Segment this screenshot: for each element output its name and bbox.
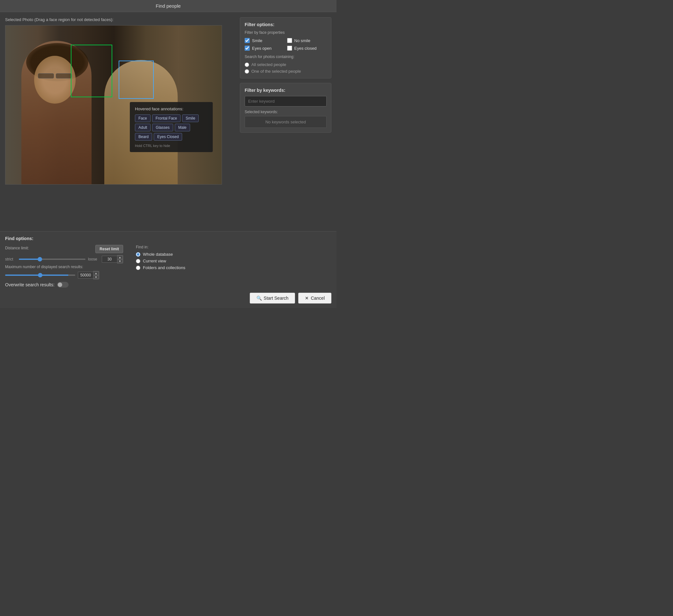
radio-whole-db: Whole database bbox=[136, 252, 331, 257]
max-results-spin-buttons: ▲ ▼ bbox=[93, 271, 99, 279]
radio-whole-db-input[interactable] bbox=[136, 252, 140, 257]
radio-folders-label: Folders and collections bbox=[143, 265, 185, 270]
radio-one-person-label: One of the selected people bbox=[251, 69, 301, 74]
glasses-left bbox=[38, 73, 54, 78]
distance-slider[interactable] bbox=[19, 259, 85, 260]
keywords-title: Filter by keywords: bbox=[245, 88, 326, 93]
radio-current-view-input[interactable] bbox=[136, 259, 140, 263]
tag-frontal-face[interactable]: Frontal Face bbox=[152, 114, 181, 122]
photo-container[interactable]: Hovered face annotations: Face Frontal F… bbox=[5, 25, 222, 185]
checkbox-eyes-closed-input[interactable] bbox=[287, 46, 292, 51]
tag-smile[interactable]: Smile bbox=[182, 114, 199, 122]
distance-spinbox-wrapper: ▲ ▼ bbox=[102, 255, 123, 263]
find-options-right: Find in: Whole database Current view Fol… bbox=[136, 245, 331, 272]
cancel-button[interactable]: ✕ Cancel bbox=[298, 293, 331, 304]
radio-current-view: Current view bbox=[136, 259, 331, 263]
find-options-title: Find options: bbox=[5, 236, 331, 241]
checkbox-eyes-closed: Eyes closed bbox=[287, 46, 327, 51]
max-results-slider[interactable] bbox=[5, 275, 75, 276]
reset-limit-button[interactable]: Reset limit bbox=[95, 245, 123, 253]
annotation-hint: Hold CTRL key to hide bbox=[135, 144, 208, 147]
window-title: Find people bbox=[156, 3, 181, 9]
search-containing-label: Search for photos containing: bbox=[245, 54, 326, 59]
title-bar: Find people bbox=[0, 0, 336, 12]
right-panel: Filter options: Filter by face propertie… bbox=[240, 17, 331, 185]
face-box-green[interactable] bbox=[71, 45, 112, 97]
checkbox-eyes-open-input[interactable] bbox=[245, 46, 250, 51]
face-props-label: Filter by face properties bbox=[245, 30, 326, 35]
tag-beard[interactable]: Beard bbox=[135, 133, 152, 140]
tag-face[interactable]: Face bbox=[135, 114, 151, 122]
filter-options-section: Filter options: Filter by face propertie… bbox=[240, 17, 331, 78]
no-keywords-display: No keywords selected bbox=[245, 116, 326, 128]
checkbox-smile: Smile bbox=[245, 38, 284, 43]
max-results-spinbox-wrapper: ▲ ▼ bbox=[78, 271, 99, 279]
radio-one-person-input[interactable] bbox=[245, 69, 249, 74]
find-options-left: Distance limit: Reset limit strict loose… bbox=[5, 245, 123, 288]
face-left bbox=[34, 56, 75, 104]
filter-options-title: Filter options: bbox=[245, 22, 326, 27]
find-options-row: Distance limit: Reset limit strict loose… bbox=[5, 245, 331, 288]
cancel-label: Cancel bbox=[311, 296, 325, 301]
glasses-right bbox=[56, 73, 72, 78]
photo-background: Hovered face annotations: Face Frontal F… bbox=[5, 25, 222, 184]
distance-slider-row: strict loose ▲ ▼ bbox=[5, 255, 123, 263]
radio-one-person: One of the selected people bbox=[245, 69, 326, 74]
checkbox-no-smile-input[interactable] bbox=[287, 38, 292, 43]
search-icon: 🔍 bbox=[256, 296, 262, 301]
radio-whole-db-label: Whole database bbox=[143, 252, 173, 257]
checkbox-smile-label: Smile bbox=[252, 38, 262, 43]
distance-spin-buttons: ▲ ▼ bbox=[117, 255, 123, 263]
annotation-popup: Hovered face annotations: Face Frontal F… bbox=[130, 102, 213, 152]
max-results-spin-down[interactable]: ▼ bbox=[93, 275, 99, 279]
radio-folders-input[interactable] bbox=[136, 266, 140, 270]
photo-label: Selected Photo (Drag a face region for n… bbox=[5, 17, 235, 22]
cancel-icon: ✕ bbox=[305, 296, 309, 301]
start-search-button[interactable]: 🔍 Start Search bbox=[250, 293, 295, 304]
checkbox-no-smile: No smile bbox=[287, 38, 327, 43]
strict-label: strict bbox=[5, 257, 16, 261]
distance-header: Distance limit: Reset limit bbox=[5, 245, 123, 253]
tag-glasses[interactable]: Glasses bbox=[152, 124, 173, 131]
checkbox-no-smile-label: No smile bbox=[294, 38, 311, 43]
loose-label: loose bbox=[88, 257, 99, 261]
max-results-value-input[interactable] bbox=[78, 272, 93, 279]
checkbox-eyes-open: Eyes open bbox=[245, 46, 284, 51]
max-results-row: ▲ ▼ bbox=[5, 271, 123, 279]
start-search-label: Start Search bbox=[264, 296, 289, 301]
radio-all-people: All selected people bbox=[245, 62, 326, 67]
max-results-spin-up[interactable]: ▲ bbox=[93, 271, 99, 275]
max-results-label: Maximum number of displayed search resul… bbox=[5, 265, 123, 269]
annotation-popup-title: Hovered face annotations: bbox=[135, 106, 208, 111]
find-in-label: Find in: bbox=[136, 245, 331, 249]
tag-male[interactable]: Male bbox=[175, 124, 190, 131]
distance-spin-up[interactable]: ▲ bbox=[117, 255, 123, 259]
radio-current-view-label: Current view bbox=[143, 259, 166, 263]
tag-eyes-closed[interactable]: Eyes Closed bbox=[154, 133, 182, 140]
action-row: 🔍 Start Search ✕ Cancel bbox=[5, 293, 331, 304]
keywords-section: Filter by keywords: Selected keywords: N… bbox=[240, 83, 331, 132]
left-panel: Selected Photo (Drag a face region for n… bbox=[5, 17, 235, 185]
distance-value-input[interactable] bbox=[102, 256, 117, 263]
radio-all-people-input[interactable] bbox=[245, 62, 249, 67]
bottom-panel: Find options: Distance limit: Reset limi… bbox=[0, 231, 336, 308]
distance-spin-down[interactable]: ▼ bbox=[117, 259, 123, 263]
tag-adult[interactable]: Adult bbox=[135, 124, 151, 131]
overwrite-toggle[interactable] bbox=[57, 282, 68, 288]
checkbox-eyes-open-label: Eyes open bbox=[252, 46, 271, 51]
keyword-input[interactable] bbox=[245, 96, 326, 106]
selected-keywords-label: Selected keywords: bbox=[245, 110, 326, 114]
radio-folders: Folders and collections bbox=[136, 265, 331, 270]
radio-all-people-label: All selected people bbox=[251, 62, 286, 67]
annotation-tags: Face Frontal Face Smile Adult Glasses Ma… bbox=[135, 114, 208, 140]
radio-group-people: All selected people One of the selected … bbox=[245, 62, 326, 74]
distance-label: Distance limit: bbox=[5, 246, 29, 250]
face-box-blue[interactable] bbox=[119, 61, 154, 99]
overwrite-label: Overwrite search results: bbox=[5, 282, 54, 287]
checkbox-eyes-closed-label: Eyes closed bbox=[294, 46, 317, 51]
checkbox-grid: Smile No smile Eyes open Eyes closed bbox=[245, 38, 326, 51]
overwrite-row: Overwrite search results: bbox=[5, 282, 123, 288]
checkbox-smile-input[interactable] bbox=[245, 38, 250, 43]
